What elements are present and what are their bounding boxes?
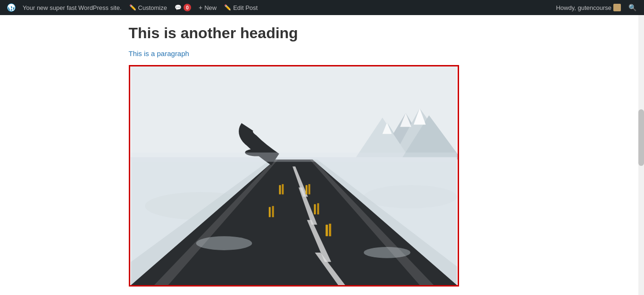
svg-point-32 xyxy=(196,236,251,250)
comment-icon: 💬 xyxy=(175,4,182,11)
svg-rect-24 xyxy=(268,207,270,217)
svg-point-12 xyxy=(364,185,457,208)
customize-label: Customize xyxy=(138,4,167,11)
featured-image-container[interactable] xyxy=(129,65,459,287)
avatar xyxy=(613,4,621,11)
edit-icon: ✏️ xyxy=(224,4,231,11)
svg-rect-28 xyxy=(314,204,316,214)
comments-button[interactable]: 💬 0 xyxy=(171,0,195,15)
svg-rect-26 xyxy=(305,185,307,195)
svg-rect-31 xyxy=(329,224,331,237)
search-button[interactable]: 🔍 xyxy=(625,0,640,15)
paragraph-link[interactable]: This is a paragraph xyxy=(129,49,516,57)
svg-rect-25 xyxy=(272,206,274,217)
plus-icon: + xyxy=(199,4,202,11)
svg-rect-29 xyxy=(317,203,319,214)
svg-point-33 xyxy=(364,247,410,258)
svg-rect-23 xyxy=(282,184,284,195)
new-label: New xyxy=(204,4,217,11)
new-content-button[interactable]: + New xyxy=(195,0,220,15)
comments-badge: 0 xyxy=(184,4,191,11)
page-content: This is another heading This is a paragr… xyxy=(110,15,535,295)
page-heading: This is another heading xyxy=(129,25,516,42)
scrollbar[interactable] xyxy=(638,15,644,295)
site-name-button[interactable]: Your new super fast WordPress site. xyxy=(19,0,125,15)
search-icon: 🔍 xyxy=(628,4,636,11)
svg-rect-27 xyxy=(308,184,310,195)
scrollbar-thumb[interactable] xyxy=(638,109,644,166)
customize-button[interactable]: ✏️ Customize xyxy=(125,0,171,15)
site-name-label: Your new super fast WordPress site. xyxy=(23,4,122,11)
edit-post-button[interactable]: ✏️ Edit Post xyxy=(220,0,261,15)
edit-post-label: Edit Post xyxy=(233,4,258,11)
svg-rect-35 xyxy=(131,153,457,162)
admin-bar: Your new super fast WordPress site. ✏️ C… xyxy=(0,0,644,15)
svg-rect-22 xyxy=(279,185,281,195)
road-image xyxy=(130,66,458,285)
pencil-icon: ✏️ xyxy=(129,4,136,11)
svg-rect-30 xyxy=(326,225,328,237)
wp-logo-button[interactable] xyxy=(4,0,19,15)
howdy-label: Howdy, gutencourse xyxy=(556,4,611,11)
howdy-button[interactable]: Howdy, gutencourse xyxy=(552,0,625,15)
adminbar-right: Howdy, gutencourse 🔍 xyxy=(552,0,640,15)
